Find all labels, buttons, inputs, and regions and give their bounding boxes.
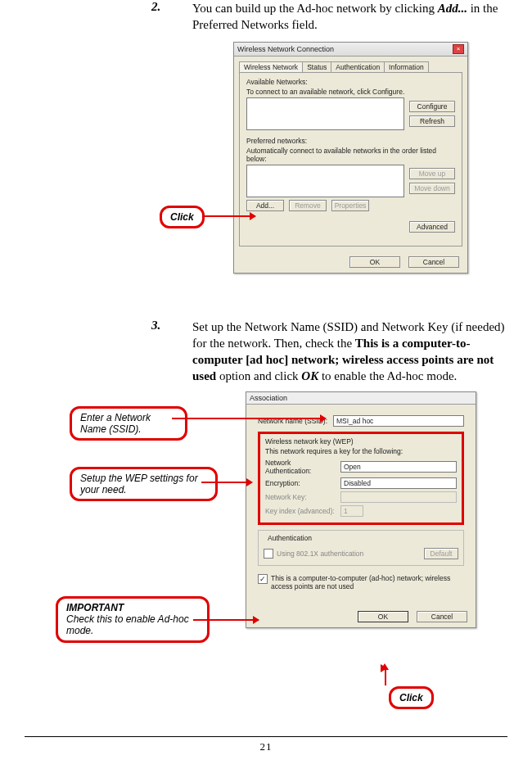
dialog2-title: Association (250, 394, 287, 402)
properties-button[interactable]: Properties (331, 200, 369, 211)
step-3-text: Set up the Network Name (SSID) and Netwo… (184, 319, 507, 385)
step-2-add: Add... (438, 2, 467, 15)
ssid-input[interactable]: MSI_ad hoc (333, 415, 464, 427)
dialog1-ok-button[interactable]: OK (349, 256, 400, 268)
step-2: 2. You can build up the Ad-hoc network b… (25, 0, 507, 34)
encryption-select[interactable]: Disabled (340, 477, 457, 489)
adhoc-text: This is a computer-to-computer (ad-hoc) … (271, 574, 464, 590)
step-3: 3. Set up the Network Name (SSID) and Ne… (25, 319, 507, 385)
remove-button[interactable]: Remove (289, 200, 327, 211)
configure-button[interactable]: Configure (409, 101, 455, 112)
preferred-networks-group: Preferred networks: Automatically connec… (246, 137, 455, 233)
networkkey-label: Network Key: (265, 493, 337, 501)
callout-ssid: Enter a Network Name (SSID). (70, 406, 187, 441)
movedown-button[interactable]: Move down (409, 183, 455, 194)
dialog2-buttons: OK Cancel (246, 606, 476, 627)
available-networks-group: Available Networks: To connect to an ava… (246, 78, 455, 130)
arrow-wep (201, 482, 252, 483)
step-3-number: 3. (25, 319, 184, 332)
dialog1-tabs: Wireless Network Status Authentication I… (239, 61, 462, 72)
figure-2: Association Network name (SSID): MSI_ad … (25, 391, 507, 719)
wep-redbox: Wireless network key (WEP) This network … (258, 432, 464, 525)
callout-click-ok-text: Click (399, 692, 423, 703)
footer-divider (25, 736, 507, 737)
step-3-ok: OK (301, 369, 318, 382)
dialog2-titlebar: Association (246, 392, 476, 405)
adhoc-checkbox[interactable]: ✓ (258, 574, 268, 584)
dialog2-panel: Network name (SSID): MSI_ad hoc Wireless… (251, 405, 471, 601)
arrow-click-add (204, 215, 255, 217)
step-2-number: 2. (25, 0, 184, 14)
encryption-label: Encryption: (265, 479, 337, 487)
callout-click-text: Click (170, 211, 194, 223)
dialog-association: Association Network name (SSID): MSI_ad … (246, 391, 476, 628)
available-desc: To connect to an available network, clic… (246, 88, 455, 96)
callout-wep-text: Setup the WEP settings for your need. (80, 473, 198, 495)
preferred-desc: Automatically connect to available netwo… (246, 147, 455, 163)
arrow-ssid (172, 418, 326, 419)
dialog1-buttons: OK Cancel (234, 251, 467, 273)
page-number: 21 (0, 740, 532, 753)
arrow-important (193, 619, 259, 621)
networkkey-row: Network Key: (265, 491, 457, 503)
refresh-button[interactable]: Refresh (409, 115, 455, 127)
preferred-listbox[interactable] (246, 165, 404, 197)
tab-authentication[interactable]: Authentication (331, 61, 385, 72)
wep-desc: This network requires a key for the foll… (265, 447, 457, 455)
auth-section-label: Authentication (265, 534, 314, 542)
dialog2-cancel-button[interactable]: Cancel (417, 611, 467, 622)
dialog2-ok-button[interactable]: OK (358, 611, 408, 622)
tab-wireless-network[interactable]: Wireless Network (239, 61, 303, 72)
encryption-row: Encryption: Disabled (265, 477, 457, 489)
step-3-suffix: to enable the Ad-hoc mode. (318, 369, 457, 382)
arrow-click-ok (385, 667, 386, 685)
available-label: Available Networks: (246, 78, 455, 86)
dialog1-panel: Available Networks: To connect to an ava… (239, 72, 462, 247)
available-listbox[interactable] (246, 97, 404, 130)
figure-1: Wireless Network Connection × Wireless N… (25, 42, 507, 304)
dialog1-titlebar: Wireless Network Connection × (234, 43, 467, 57)
keyindex-input[interactable]: 1 (340, 505, 363, 517)
wep-title: Wireless network key (WEP) (265, 437, 457, 446)
callout-important-text: Check this to enable Ad-hoc mode. (66, 613, 189, 636)
advanced-button[interactable]: Advanced (409, 221, 455, 233)
netauth-select[interactable]: Open (340, 461, 457, 473)
callout-click-add: Click (160, 206, 205, 228)
dialog1-title: Wireless Network Connection (237, 45, 334, 53)
dialog1-cancel-button[interactable]: Cancel (408, 256, 459, 268)
use8021x-checkbox[interactable] (264, 549, 273, 559)
preferred-label: Preferred networks: (246, 137, 455, 145)
keyindex-label: Key index (advanced): (265, 507, 337, 515)
callout-ssid-text: Enter a Network Name (SSID). (80, 412, 151, 435)
callout-important-title: IMPORTANT (66, 602, 124, 613)
networkkey-input[interactable] (340, 491, 457, 503)
tab-status[interactable]: Status (302, 61, 331, 72)
netauth-row: Network Authentication: Open (265, 459, 457, 475)
arrow-click-ok-head (381, 663, 389, 670)
adhoc-row: ✓ This is a computer-to-computer (ad-hoc… (258, 574, 464, 590)
close-icon[interactable]: × (453, 44, 464, 54)
netauth-label: Network Authentication: (265, 459, 337, 475)
step-2-prefix: You can build up the Ad-hoc network by c… (192, 2, 438, 15)
dialog-wireless-connection: Wireless Network Connection × Wireless N… (233, 42, 468, 274)
step-2-text: You can build up the Ad-hoc network by c… (184, 0, 507, 34)
auth-section: Authentication Using 802.1X authenticati… (258, 530, 464, 566)
callout-wep: Setup the WEP settings for your need. (70, 467, 218, 502)
callout-click-ok: Click (389, 686, 434, 709)
use8021x-label: Using 802.1X authentication (277, 550, 363, 558)
moveup-button[interactable]: Move up (409, 168, 455, 179)
callout-important: IMPORTANT Check this to enable Ad-hoc mo… (56, 596, 210, 643)
step-3-mid: option and click (216, 369, 301, 382)
default-button[interactable]: Default (424, 548, 458, 559)
tab-information[interactable]: Information (384, 61, 429, 72)
keyindex-row: Key index (advanced): 1 (265, 505, 457, 517)
use8021x-row: Using 802.1X authentication Default (264, 548, 458, 559)
add-button[interactable]: Add... (246, 200, 284, 211)
